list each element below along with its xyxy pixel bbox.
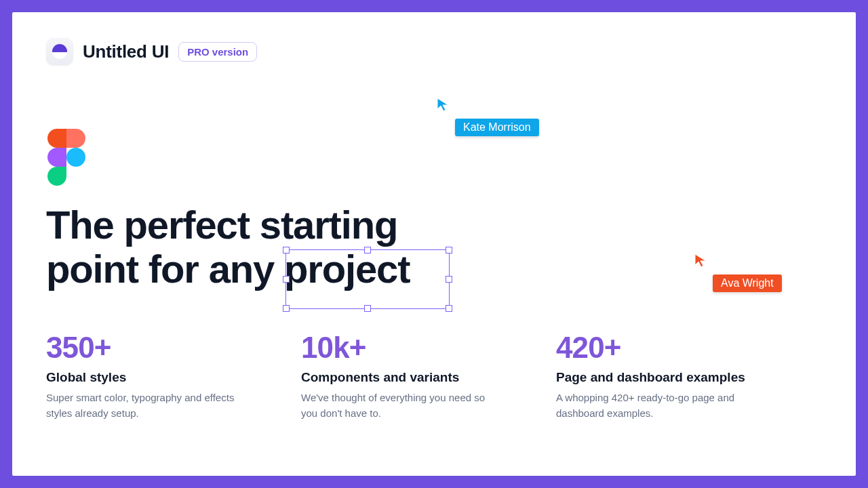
text-selection-box[interactable]: [285, 249, 450, 309]
stat-title: Global styles: [46, 370, 250, 385]
outer-frame: Untitled UI PRO version The perfect star…: [0, 0, 868, 488]
selection-handle[interactable]: [283, 276, 290, 283]
brand-logo-icon: [46, 38, 73, 65]
brand-row: Untitled UI PRO version: [46, 38, 822, 65]
stats-row: 350+ Global styles Super smart color, ty…: [46, 331, 760, 421]
stat-title: Components and variants: [301, 370, 505, 385]
selection-handle[interactable]: [446, 247, 452, 253]
collaborator-name-label: Kate Morrison: [455, 119, 539, 136]
collaborator-name-label: Ava Wright: [713, 274, 782, 292]
brand-name: Untitled UI: [83, 41, 169, 62]
stat-number: 10k+: [301, 331, 505, 365]
selection-handle[interactable]: [446, 305, 452, 312]
pro-version-badge[interactable]: PRO version: [178, 42, 257, 62]
svg-point-0: [66, 148, 85, 167]
cursor-icon: [436, 97, 451, 112]
stat-global-styles: 350+ Global styles Super smart color, ty…: [46, 331, 250, 421]
selection-handle[interactable]: [446, 276, 452, 283]
selection-handle[interactable]: [364, 305, 371, 312]
stat-number: 350+: [46, 331, 250, 365]
selection-handle[interactable]: [283, 247, 290, 253]
stat-components: 10k+ Components and variants We've thoug…: [301, 331, 505, 421]
collaborator-cursor-orange: Ava Wright: [694, 253, 782, 292]
stat-description: Super smart color, typography and effect…: [46, 390, 236, 421]
stat-description: A whopping 420+ ready-to-go page and das…: [556, 390, 746, 421]
stat-title: Page and dashboard examples: [556, 370, 760, 385]
stat-description: We've thought of everything you need so …: [301, 390, 491, 421]
selection-handle[interactable]: [283, 305, 290, 312]
selection-handle[interactable]: [364, 247, 371, 253]
figma-logo-icon: [47, 129, 85, 188]
collaborator-cursor-blue: Kate Morrison: [436, 97, 539, 136]
cursor-icon: [694, 253, 709, 268]
stat-number: 420+: [556, 331, 760, 365]
canvas[interactable]: Untitled UI PRO version The perfect star…: [12, 12, 856, 476]
stat-pages: 420+ Page and dashboard examples A whopp…: [556, 331, 760, 421]
